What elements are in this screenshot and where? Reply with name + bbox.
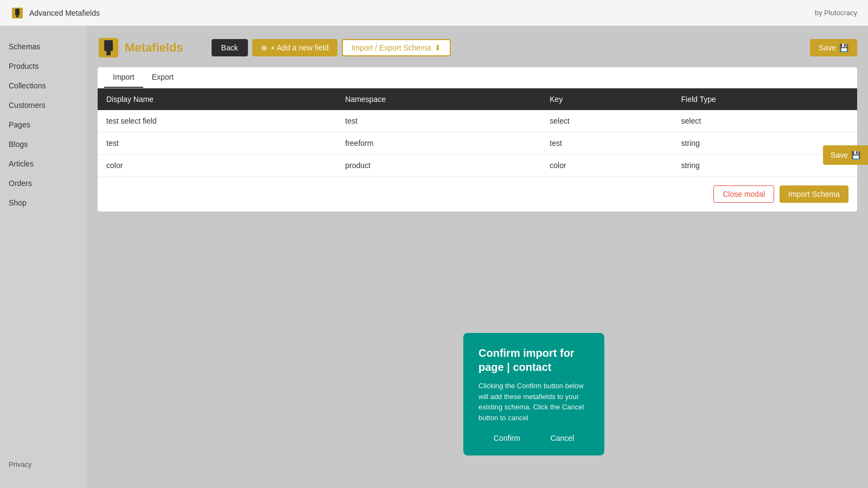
top-bar: Advanced Metafields by Plutocracy: [0, 0, 868, 26]
confirm-button[interactable]: Confirm: [494, 434, 520, 442]
save-icon-floating: 💾: [851, 151, 860, 159]
main-layout: Schemas Products Collections Customers P…: [0, 26, 868, 488]
top-bar-left: Advanced Metafields: [11, 7, 100, 20]
confirm-popup: Confirm import for page | contact Clicki…: [463, 333, 604, 455]
save-button-floating[interactable]: Save 💾: [823, 145, 868, 165]
table-row: color product color string: [98, 155, 857, 177]
sidebar-item-pages[interactable]: Pages: [0, 115, 87, 134]
save-icon-header: 💾: [839, 43, 848, 52]
content-area: Metafields Back ⊕ + Add a new field Impo…: [87, 26, 868, 488]
svg-rect-4: [104, 40, 113, 51]
col-key: Key: [541, 88, 672, 110]
cell-display-name: test: [98, 132, 336, 155]
svg-rect-1: [15, 9, 20, 15]
save-label-floating: Save: [831, 151, 848, 159]
modal-panel: Import Export Display Name Namespace Key…: [98, 67, 857, 211]
download-icon: ⬇: [435, 43, 441, 52]
cell-display-name: color: [98, 155, 336, 177]
sidebar-item-orders[interactable]: Orders: [0, 174, 87, 193]
app-logo-icon: [11, 7, 24, 20]
sidebar-item-customers[interactable]: Customers: [0, 95, 87, 115]
sidebar-item-articles[interactable]: Articles: [0, 154, 87, 174]
app-title: Metafields: [125, 41, 183, 55]
svg-rect-2: [16, 15, 18, 17]
add-field-icon: ⊕: [261, 43, 267, 52]
col-display-name: Display Name: [98, 88, 336, 110]
metafields-logo-icon: [98, 37, 119, 59]
cancel-button[interactable]: Cancel: [551, 434, 575, 442]
sidebar-item-schemas[interactable]: Schemas: [0, 37, 87, 56]
table-row: test freeform test string: [98, 132, 857, 155]
cell-display-name: test select field: [98, 110, 336, 132]
cell-key: test: [541, 132, 672, 155]
import-table: Display Name Namespace Key Field Type te…: [98, 88, 857, 177]
cell-field-type: select: [673, 110, 857, 132]
save-button-header[interactable]: Save 💾: [810, 39, 857, 56]
sidebar-item-products[interactable]: Products: [0, 56, 87, 76]
sidebar-privacy-link[interactable]: Privacy: [9, 460, 78, 468]
sidebar-footer: Privacy: [0, 452, 87, 477]
confirm-popup-description: Clicking the Confirm button below will a…: [478, 381, 589, 423]
header-buttons: Back ⊕ + Add a new field Import / Export…: [212, 39, 451, 56]
col-namespace: Namespace: [336, 88, 541, 110]
cell-key: color: [541, 155, 672, 177]
confirm-popup-buttons: Confirm Cancel: [478, 434, 589, 442]
table-header-row: Display Name Namespace Key Field Type: [98, 88, 857, 110]
confirm-popup-title: Confirm import for page | contact: [478, 346, 589, 374]
import-schema-button[interactable]: Import Schema: [780, 185, 848, 203]
sidebar-item-blogs[interactable]: Blogs: [0, 134, 87, 154]
import-export-label: Import / Export Schema: [352, 43, 431, 52]
content-header-left: Metafields Back ⊕ + Add a new field Impo…: [98, 37, 451, 59]
import-export-button[interactable]: Import / Export Schema ⬇: [342, 39, 451, 56]
tab-export[interactable]: Export: [143, 67, 182, 88]
content-header: Metafields Back ⊕ + Add a new field Impo…: [98, 37, 857, 59]
svg-rect-5: [106, 51, 111, 55]
add-field-label: + Add a new field: [271, 43, 329, 52]
app-logo-area: Metafields: [98, 37, 183, 59]
back-button[interactable]: Back: [212, 39, 248, 56]
modal-tabs: Import Export: [98, 67, 857, 88]
table-row: test select field test select select: [98, 110, 857, 132]
sidebar: Schemas Products Collections Customers P…: [0, 26, 87, 488]
close-modal-button[interactable]: Close modal: [713, 185, 774, 203]
save-label-header: Save: [819, 43, 836, 52]
cell-namespace: freeform: [336, 132, 541, 155]
top-bar-title: Advanced Metafields: [29, 9, 100, 17]
sidebar-item-shop[interactable]: Shop: [0, 193, 87, 213]
add-field-button[interactable]: ⊕ + Add a new field: [252, 39, 337, 56]
tab-import[interactable]: Import: [104, 67, 143, 88]
sidebar-nav: Schemas Products Collections Customers P…: [0, 37, 87, 213]
cell-namespace: test: [336, 110, 541, 132]
cell-key: select: [541, 110, 672, 132]
sidebar-item-collections[interactable]: Collections: [0, 76, 87, 95]
top-bar-byline: by Plutocracy: [815, 9, 857, 17]
modal-footer: Close modal Import Schema: [98, 177, 857, 211]
col-field-type: Field Type: [673, 88, 857, 110]
cell-namespace: product: [336, 155, 541, 177]
